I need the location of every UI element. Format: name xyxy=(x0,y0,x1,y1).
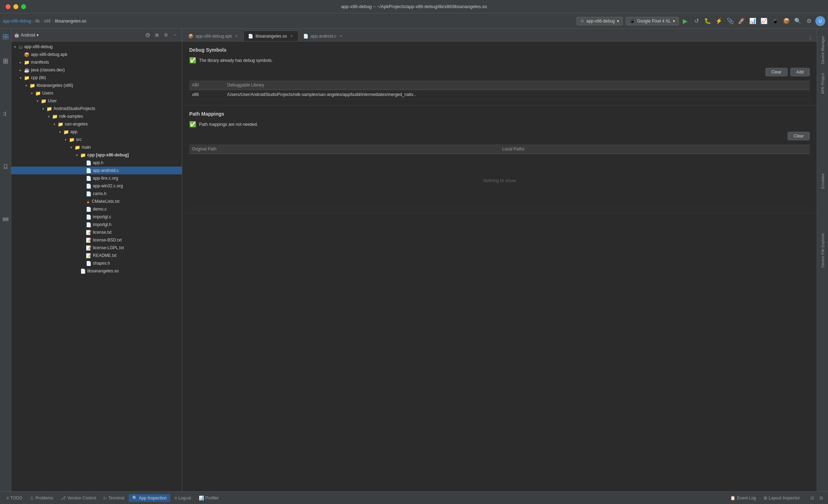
tree-item[interactable]: ▲ CMakeLists.txt xyxy=(11,198,182,205)
resource-manager-icon[interactable] xyxy=(1,56,11,66)
bottom-problems[interactable]: ⚠ Problems xyxy=(26,494,57,502)
main-layout: 🤖 Android ▾ ⚙ − ▾ 🗂 app-x86-debug 📦 app-… xyxy=(0,29,828,491)
close-panel-button[interactable]: − xyxy=(171,31,179,39)
tree-item[interactable]: ▾ 📁 app xyxy=(11,128,182,136)
tree-item[interactable]: ▾ 📁 cpp [app-x86-debug] xyxy=(11,151,182,159)
breadcrumb-item-3[interactable]: x86 xyxy=(44,19,51,24)
coverage-button[interactable]: 📊 xyxy=(748,16,758,26)
tree-item[interactable]: 📄 app.h xyxy=(11,159,182,167)
device-manager-button[interactable]: 📱 xyxy=(770,16,780,26)
tree-item[interactable]: ▾ 📁 main xyxy=(11,143,182,151)
tree-item[interactable]: 📄 libsanangeles.so xyxy=(11,267,182,275)
profiler2-button[interactable]: 📈 xyxy=(759,16,769,26)
file-tree-panel: 🤖 Android ▾ ⚙ − ▾ 🗂 app-x86-debug 📦 app-… xyxy=(11,29,182,491)
tree-toggle-icon: ▾ xyxy=(76,153,80,157)
bottom-version-control[interactable]: ⎇ Version Control xyxy=(57,494,100,502)
structure-icon[interactable] xyxy=(1,109,11,119)
tree-item[interactable]: ▾ 📁 User xyxy=(11,97,182,105)
panel-settings-button[interactable]: ⚙ xyxy=(162,31,170,39)
user-avatar[interactable]: U xyxy=(815,16,825,26)
collapse-all-button[interactable] xyxy=(153,31,161,39)
refresh-button[interactable]: ↺ xyxy=(692,16,701,26)
tree-item[interactable]: 📝 README.txt xyxy=(11,252,182,259)
tab-c[interactable]: 📄 app-android.c × xyxy=(299,31,348,41)
tree-item[interactable]: ▾ 📁 src xyxy=(11,136,182,143)
minimize-button[interactable] xyxy=(13,4,18,9)
breadcrumb-item-4[interactable]: libsanangeles.so xyxy=(55,19,86,24)
tabs-menu-button[interactable]: ⋮ xyxy=(806,33,814,41)
settings-button[interactable]: ⚙ xyxy=(804,16,814,26)
bottom-profiler[interactable]: 📊 Profiler xyxy=(195,494,222,502)
emulator-selector[interactable]: 📱 Google Pixel 4 XL ▾ xyxy=(626,17,679,25)
tree-item[interactable]: 📦 app-x86-debug.apk xyxy=(11,51,182,58)
tree-item[interactable]: 📝 license-LGPL.txt xyxy=(11,244,182,252)
tree-item[interactable]: 📝 license.txt xyxy=(11,228,182,236)
window-controls[interactable] xyxy=(6,4,26,9)
debug-button[interactable]: 🐛 xyxy=(703,16,713,26)
tree-item[interactable]: ▾ 📁 AndroidStudioProjects xyxy=(11,105,182,112)
tree-item[interactable]: 📝 license-BSD.txt xyxy=(11,236,182,244)
tree-item[interactable]: 📄 shapes.h xyxy=(11,259,182,267)
file-tree: ▾ 🗂 app-x86-debug 📦 app-x86-debug.apk ▸ … xyxy=(11,41,182,491)
tab-apk[interactable]: 📦 app-x86-debug.apk × xyxy=(184,31,243,41)
apk-project-vtab[interactable]: APK Project xyxy=(819,69,827,98)
device-selector[interactable]: ⚙ app-x86-debug ▾ xyxy=(577,17,623,25)
tree-item[interactable]: 📄 demo.c xyxy=(11,205,182,213)
layout-inspector-label: Layout Inspector xyxy=(769,496,800,500)
project-icon[interactable] xyxy=(1,32,11,41)
deploy-button[interactable]: 🚀 xyxy=(737,16,746,26)
device-manager-vtab[interactable]: Device Manager xyxy=(819,32,827,68)
sdk-manager-button[interactable]: 📦 xyxy=(782,16,791,26)
panel-dropdown-icon[interactable]: ▾ xyxy=(37,33,39,38)
tree-item[interactable]: ▾ 📁 ndk-samples xyxy=(11,112,182,120)
bottom-event-log[interactable]: 📋 Event Log xyxy=(727,494,759,502)
apk-tab-close[interactable]: × xyxy=(234,34,239,39)
bottom-terminal[interactable]: ▷ Terminal xyxy=(100,494,128,502)
bottom-app-inspection[interactable]: 🔍 App Inspection xyxy=(129,494,170,502)
bottom-terminal-icon[interactable]: ⊡ xyxy=(808,494,816,502)
c-tab-close[interactable]: × xyxy=(338,34,343,39)
tree-toggle-icon: ▸ xyxy=(20,60,24,64)
bottom-logcat[interactable]: ≡ Logcat xyxy=(171,494,195,502)
tree-item[interactable]: 📄 importgl.c xyxy=(11,213,182,221)
tree-item[interactable]: ▾ 🗂 app-x86-debug xyxy=(11,43,182,51)
debug-symbols-add-button[interactable]: Add xyxy=(790,68,810,76)
build-variants-icon[interactable] xyxy=(1,214,11,224)
tree-item[interactable]: ▾ 📁 san-angeles xyxy=(11,120,182,128)
tree-item[interactable]: 📄 app-android.c xyxy=(11,167,182,174)
tree-toggle-icon: ▾ xyxy=(53,122,58,126)
sync-button[interactable] xyxy=(144,31,152,39)
tree-item[interactable]: ▾ 📁 cpp (lib) xyxy=(11,74,182,82)
tree-item[interactable]: ▾ 📁 Users xyxy=(11,89,182,97)
debug-symbols-clear-button[interactable]: Clear xyxy=(765,68,788,76)
emulator-vtab[interactable]: Emulator xyxy=(819,169,827,193)
tree-item[interactable]: ▾ 📁 libsanangeles (x86) xyxy=(11,82,182,89)
tree-item[interactable]: ▸ ☕ java (classes.dex) xyxy=(11,66,182,74)
tree-item[interactable]: 📄 importgl.h xyxy=(11,221,182,228)
svg-rect-5 xyxy=(6,59,8,61)
profile-button[interactable]: ⚡ xyxy=(714,16,724,26)
tree-item[interactable]: 📄 app-win32.c.org xyxy=(11,182,182,190)
so-tab-close[interactable]: × xyxy=(289,34,294,39)
path-mappings-clear-button[interactable]: Clear xyxy=(788,132,810,140)
bottom-layout-inspector[interactable]: ⊞ Layout Inspector xyxy=(760,494,803,502)
bottom-expand-icon[interactable]: ⊟ xyxy=(817,494,825,502)
breadcrumb-item-1[interactable]: app-x86-debug xyxy=(3,19,31,24)
tree-item-label: san-angeles xyxy=(65,122,88,127)
debug-symbols-table: ABI Debuggable Library x86 /Users/User/A… xyxy=(189,80,810,99)
bottom-todo[interactable]: ≡ TODO xyxy=(3,494,26,502)
close-button[interactable] xyxy=(6,4,11,9)
breadcrumb-item-2[interactable]: lib xyxy=(36,19,40,24)
tree-toggle-icon: ▾ xyxy=(20,76,24,80)
folder-icon: 📁 xyxy=(30,83,35,88)
tree-item[interactable]: 📄 app-linx.c.org xyxy=(11,174,182,182)
tab-so[interactable]: 📄 libsanangeles.so × xyxy=(243,31,298,41)
attach-button[interactable]: 📎 xyxy=(725,16,735,26)
device-file-explorer-vtab[interactable]: Device File Explorer xyxy=(819,229,827,272)
search-button[interactable]: 🔍 xyxy=(793,16,803,26)
run-button[interactable]: ▶ xyxy=(680,16,690,26)
maximize-button[interactable] xyxy=(21,4,26,9)
bookmarks-icon[interactable] xyxy=(1,162,11,172)
tree-item[interactable]: 📄 cams.h xyxy=(11,190,182,198)
tree-item[interactable]: ▸ 📁 manifests xyxy=(11,58,182,66)
